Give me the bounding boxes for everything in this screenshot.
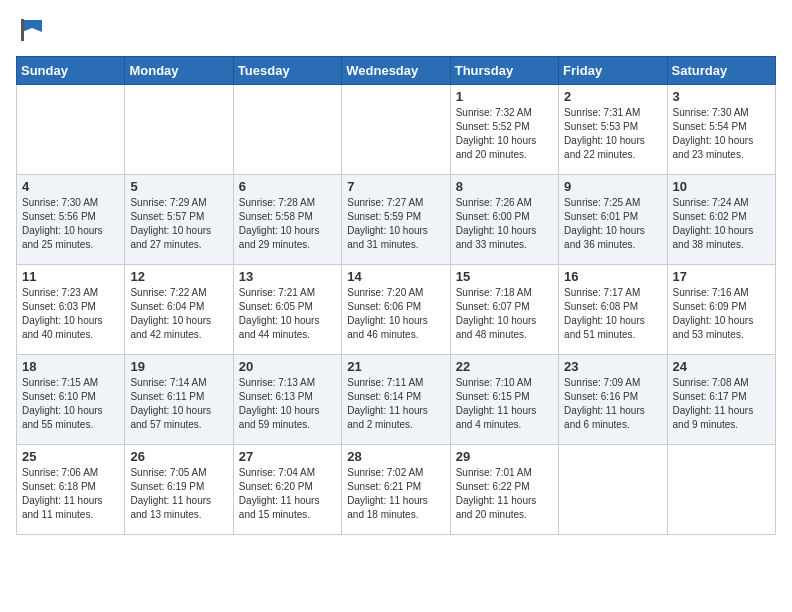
day-info: Sunrise: 7:08 AMSunset: 6:17 PMDaylight:…	[673, 376, 770, 432]
day-number: 19	[130, 359, 227, 374]
logo-icon	[18, 16, 46, 44]
calendar-cell: 5Sunrise: 7:29 AMSunset: 5:57 PMDaylight…	[125, 175, 233, 265]
day-info: Sunrise: 7:24 AMSunset: 6:02 PMDaylight:…	[673, 196, 770, 252]
day-info: Sunrise: 7:11 AMSunset: 6:14 PMDaylight:…	[347, 376, 444, 432]
calendar-cell: 26Sunrise: 7:05 AMSunset: 6:19 PMDayligh…	[125, 445, 233, 535]
day-number: 26	[130, 449, 227, 464]
day-number: 25	[22, 449, 119, 464]
day-number: 22	[456, 359, 553, 374]
calendar-cell: 24Sunrise: 7:08 AMSunset: 6:17 PMDayligh…	[667, 355, 775, 445]
calendar-table: SundayMondayTuesdayWednesdayThursdayFrid…	[16, 56, 776, 535]
day-info: Sunrise: 7:10 AMSunset: 6:15 PMDaylight:…	[456, 376, 553, 432]
calendar-week-row: 18Sunrise: 7:15 AMSunset: 6:10 PMDayligh…	[17, 355, 776, 445]
calendar-cell: 4Sunrise: 7:30 AMSunset: 5:56 PMDaylight…	[17, 175, 125, 265]
day-info: Sunrise: 7:04 AMSunset: 6:20 PMDaylight:…	[239, 466, 336, 522]
day-number: 16	[564, 269, 661, 284]
day-info: Sunrise: 7:01 AMSunset: 6:22 PMDaylight:…	[456, 466, 553, 522]
weekday-header: Wednesday	[342, 57, 450, 85]
day-number: 23	[564, 359, 661, 374]
calendar-cell: 18Sunrise: 7:15 AMSunset: 6:10 PMDayligh…	[17, 355, 125, 445]
day-number: 17	[673, 269, 770, 284]
day-number: 2	[564, 89, 661, 104]
day-info: Sunrise: 7:17 AMSunset: 6:08 PMDaylight:…	[564, 286, 661, 342]
weekday-header: Tuesday	[233, 57, 341, 85]
calendar-cell	[342, 85, 450, 175]
calendar-cell: 29Sunrise: 7:01 AMSunset: 6:22 PMDayligh…	[450, 445, 558, 535]
day-info: Sunrise: 7:30 AMSunset: 5:54 PMDaylight:…	[673, 106, 770, 162]
calendar-cell: 13Sunrise: 7:21 AMSunset: 6:05 PMDayligh…	[233, 265, 341, 355]
day-number: 6	[239, 179, 336, 194]
calendar-cell: 23Sunrise: 7:09 AMSunset: 6:16 PMDayligh…	[559, 355, 667, 445]
day-number: 14	[347, 269, 444, 284]
weekday-header: Friday	[559, 57, 667, 85]
weekday-header: Sunday	[17, 57, 125, 85]
calendar-cell: 12Sunrise: 7:22 AMSunset: 6:04 PMDayligh…	[125, 265, 233, 355]
calendar-cell	[233, 85, 341, 175]
calendar-week-row: 25Sunrise: 7:06 AMSunset: 6:18 PMDayligh…	[17, 445, 776, 535]
calendar-cell	[667, 445, 775, 535]
calendar-cell: 21Sunrise: 7:11 AMSunset: 6:14 PMDayligh…	[342, 355, 450, 445]
calendar-cell: 2Sunrise: 7:31 AMSunset: 5:53 PMDaylight…	[559, 85, 667, 175]
calendar-cell: 17Sunrise: 7:16 AMSunset: 6:09 PMDayligh…	[667, 265, 775, 355]
calendar-week-row: 4Sunrise: 7:30 AMSunset: 5:56 PMDaylight…	[17, 175, 776, 265]
day-number: 8	[456, 179, 553, 194]
calendar-cell: 6Sunrise: 7:28 AMSunset: 5:58 PMDaylight…	[233, 175, 341, 265]
day-info: Sunrise: 7:27 AMSunset: 5:59 PMDaylight:…	[347, 196, 444, 252]
page-header	[16, 16, 776, 48]
day-info: Sunrise: 7:21 AMSunset: 6:05 PMDaylight:…	[239, 286, 336, 342]
day-number: 4	[22, 179, 119, 194]
day-info: Sunrise: 7:02 AMSunset: 6:21 PMDaylight:…	[347, 466, 444, 522]
day-info: Sunrise: 7:13 AMSunset: 6:13 PMDaylight:…	[239, 376, 336, 432]
day-number: 1	[456, 89, 553, 104]
day-number: 27	[239, 449, 336, 464]
day-number: 15	[456, 269, 553, 284]
calendar-cell: 27Sunrise: 7:04 AMSunset: 6:20 PMDayligh…	[233, 445, 341, 535]
day-number: 24	[673, 359, 770, 374]
calendar-cell: 10Sunrise: 7:24 AMSunset: 6:02 PMDayligh…	[667, 175, 775, 265]
day-number: 20	[239, 359, 336, 374]
calendar-cell: 20Sunrise: 7:13 AMSunset: 6:13 PMDayligh…	[233, 355, 341, 445]
calendar-cell: 1Sunrise: 7:32 AMSunset: 5:52 PMDaylight…	[450, 85, 558, 175]
weekday-header: Monday	[125, 57, 233, 85]
calendar-cell: 11Sunrise: 7:23 AMSunset: 6:03 PMDayligh…	[17, 265, 125, 355]
calendar-week-row: 1Sunrise: 7:32 AMSunset: 5:52 PMDaylight…	[17, 85, 776, 175]
day-info: Sunrise: 7:09 AMSunset: 6:16 PMDaylight:…	[564, 376, 661, 432]
day-info: Sunrise: 7:23 AMSunset: 6:03 PMDaylight:…	[22, 286, 119, 342]
day-number: 7	[347, 179, 444, 194]
calendar-cell: 28Sunrise: 7:02 AMSunset: 6:21 PMDayligh…	[342, 445, 450, 535]
day-info: Sunrise: 7:25 AMSunset: 6:01 PMDaylight:…	[564, 196, 661, 252]
calendar-cell: 25Sunrise: 7:06 AMSunset: 6:18 PMDayligh…	[17, 445, 125, 535]
day-info: Sunrise: 7:05 AMSunset: 6:19 PMDaylight:…	[130, 466, 227, 522]
calendar-cell	[17, 85, 125, 175]
calendar-cell: 7Sunrise: 7:27 AMSunset: 5:59 PMDaylight…	[342, 175, 450, 265]
calendar-cell: 14Sunrise: 7:20 AMSunset: 6:06 PMDayligh…	[342, 265, 450, 355]
calendar-cell: 8Sunrise: 7:26 AMSunset: 6:00 PMDaylight…	[450, 175, 558, 265]
weekday-header: Saturday	[667, 57, 775, 85]
day-number: 29	[456, 449, 553, 464]
day-number: 11	[22, 269, 119, 284]
calendar-cell: 16Sunrise: 7:17 AMSunset: 6:08 PMDayligh…	[559, 265, 667, 355]
weekday-header: Thursday	[450, 57, 558, 85]
day-number: 13	[239, 269, 336, 284]
day-info: Sunrise: 7:29 AMSunset: 5:57 PMDaylight:…	[130, 196, 227, 252]
day-info: Sunrise: 7:16 AMSunset: 6:09 PMDaylight:…	[673, 286, 770, 342]
calendar-week-row: 11Sunrise: 7:23 AMSunset: 6:03 PMDayligh…	[17, 265, 776, 355]
day-number: 9	[564, 179, 661, 194]
calendar-cell: 15Sunrise: 7:18 AMSunset: 6:07 PMDayligh…	[450, 265, 558, 355]
day-info: Sunrise: 7:32 AMSunset: 5:52 PMDaylight:…	[456, 106, 553, 162]
calendar-cell: 22Sunrise: 7:10 AMSunset: 6:15 PMDayligh…	[450, 355, 558, 445]
svg-rect-1	[21, 19, 24, 41]
day-info: Sunrise: 7:15 AMSunset: 6:10 PMDaylight:…	[22, 376, 119, 432]
calendar-cell	[559, 445, 667, 535]
day-info: Sunrise: 7:26 AMSunset: 6:00 PMDaylight:…	[456, 196, 553, 252]
day-info: Sunrise: 7:28 AMSunset: 5:58 PMDaylight:…	[239, 196, 336, 252]
svg-marker-0	[22, 20, 42, 32]
calendar-cell: 19Sunrise: 7:14 AMSunset: 6:11 PMDayligh…	[125, 355, 233, 445]
day-info: Sunrise: 7:20 AMSunset: 6:06 PMDaylight:…	[347, 286, 444, 342]
day-number: 10	[673, 179, 770, 194]
logo	[16, 16, 46, 48]
day-info: Sunrise: 7:06 AMSunset: 6:18 PMDaylight:…	[22, 466, 119, 522]
day-info: Sunrise: 7:18 AMSunset: 6:07 PMDaylight:…	[456, 286, 553, 342]
day-info: Sunrise: 7:22 AMSunset: 6:04 PMDaylight:…	[130, 286, 227, 342]
weekday-header-row: SundayMondayTuesdayWednesdayThursdayFrid…	[17, 57, 776, 85]
